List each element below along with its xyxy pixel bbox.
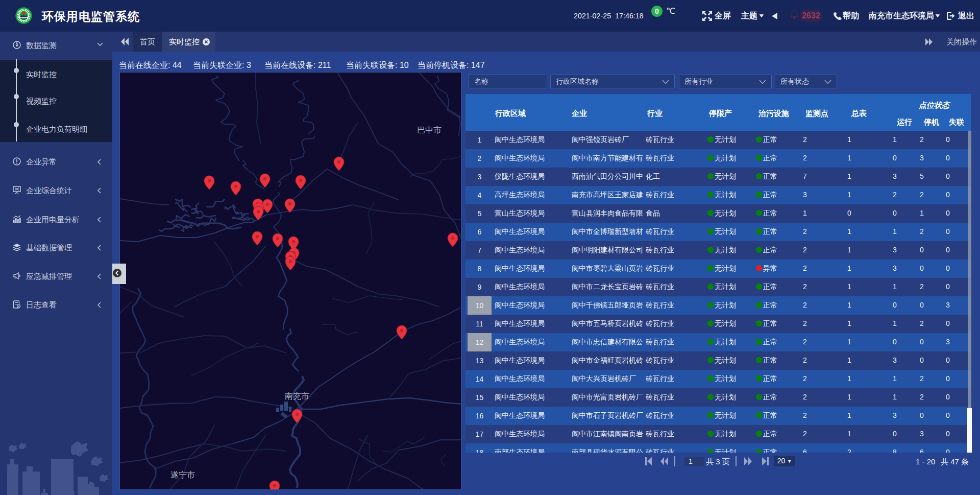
svg-text:巴中市: 巴中市 — [417, 126, 442, 134]
svg-text:遂宁市: 遂宁市 — [170, 470, 195, 479]
svg-text:南充市: 南充市 — [285, 392, 309, 400]
